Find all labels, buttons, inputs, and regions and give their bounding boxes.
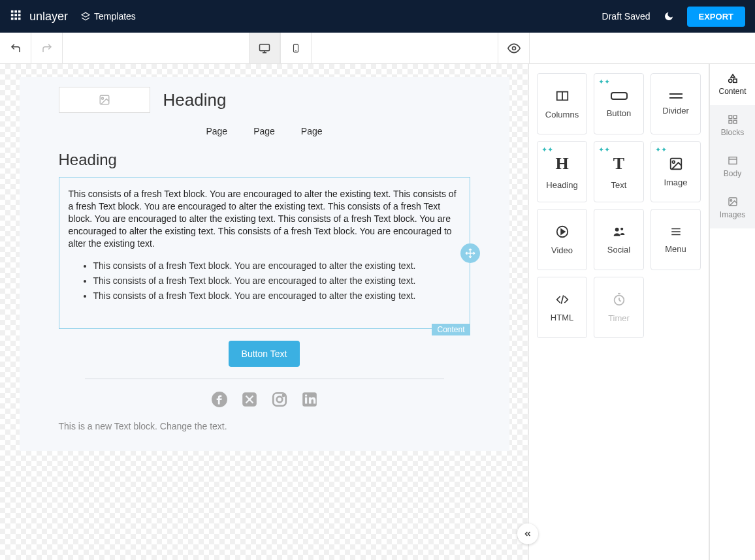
svg-rect-3 <box>18 10 21 13</box>
svg-rect-30 <box>611 93 627 99</box>
block-card-html[interactable]: HTML <box>537 277 587 338</box>
side-rail: ContentBlocksBodyImages <box>709 64 755 560</box>
undo-button[interactable] <box>0 33 31 63</box>
instagram-icon[interactable] <box>271 391 288 408</box>
device-mobile-button[interactable] <box>280 33 312 63</box>
svg-rect-5 <box>11 18 14 20</box>
svg-point-48 <box>728 79 731 82</box>
x-twitter-icon[interactable] <box>241 391 258 408</box>
text-bullet[interactable]: This consists of a fresh Text block. You… <box>93 275 460 287</box>
footer-text-block[interactable]: This is a new Text block. Change the tex… <box>59 421 470 431</box>
app-header: unlayer Templates Draft Saved EXPORT <box>0 0 755 33</box>
svg-rect-0 <box>11 10 14 13</box>
rail-label: Images <box>720 210 745 219</box>
block-card-social[interactable]: Social <box>594 209 644 270</box>
video-icon <box>555 225 570 239</box>
divider-block[interactable] <box>85 379 444 379</box>
svg-point-23 <box>276 397 282 403</box>
blocks-tab-icon <box>727 114 739 125</box>
menu-item[interactable]: Page <box>206 126 227 136</box>
button-icon <box>610 90 628 102</box>
content-tab-icon <box>727 73 739 84</box>
rail-label: Blocks <box>721 128 744 137</box>
block-label: Image <box>664 178 687 187</box>
svg-marker-47 <box>731 74 735 78</box>
block-card-columns[interactable]: Columns <box>537 73 587 134</box>
button-block[interactable]: Button Text <box>229 341 300 367</box>
heading-block-top[interactable]: Heading <box>163 90 227 110</box>
block-card-text[interactable]: ✦✦TText <box>594 141 644 202</box>
block-card-divider[interactable]: Divider <box>651 73 701 134</box>
text-paragraph[interactable]: This consists of a fresh Text block. You… <box>69 188 460 249</box>
body-tab-icon <box>727 155 739 166</box>
layers-icon <box>81 12 90 21</box>
export-button[interactable]: EXPORT <box>687 7 745 27</box>
device-desktop-button[interactable] <box>249 33 280 63</box>
image-placeholder[interactable] <box>59 87 150 113</box>
text-icon: T <box>613 154 624 174</box>
images-tab-icon <box>727 196 739 207</box>
block-card-heading[interactable]: ✦✦HHeading <box>537 141 587 202</box>
block-card-menu[interactable]: Menu <box>651 209 701 270</box>
divider-icon <box>668 93 684 99</box>
columns-icon <box>554 89 570 103</box>
svg-rect-7 <box>14 18 17 20</box>
rail-tab-content[interactable]: Content <box>710 64 755 105</box>
text-bullet[interactable]: This consists of a fresh Text block. You… <box>93 260 460 272</box>
block-card-image[interactable]: ✦✦Image <box>651 141 701 202</box>
block-label: Timer <box>608 313 630 323</box>
block-label: Columns <box>545 110 579 119</box>
social-block[interactable] <box>59 391 470 408</box>
block-label: Social <box>607 245 630 255</box>
design-canvas[interactable]: Heading Page Page Page Heading This cons… <box>0 64 529 560</box>
rail-tab-images[interactable]: Images <box>710 187 755 228</box>
drag-handle[interactable] <box>460 243 480 263</box>
block-label: Video <box>551 245 573 255</box>
svg-rect-51 <box>733 116 737 119</box>
svg-line-42 <box>561 295 563 303</box>
svg-rect-49 <box>733 79 736 82</box>
selection-label: Content <box>432 324 470 335</box>
heading-block-body[interactable]: Heading <box>59 151 470 169</box>
text-bullet[interactable]: This consists of a fresh Text block. You… <box>93 290 460 302</box>
templates-link[interactable]: Templates <box>81 11 136 22</box>
svg-rect-26 <box>304 397 306 404</box>
menu-item[interactable]: Page <box>301 126 323 136</box>
block-card-button[interactable]: ✦✦Button <box>594 73 644 134</box>
svg-rect-53 <box>733 120 737 123</box>
linkedin-icon[interactable] <box>301 391 318 408</box>
svg-marker-36 <box>561 229 565 234</box>
facebook-icon[interactable] <box>211 391 228 408</box>
social-icon <box>611 225 627 238</box>
block-label: Divider <box>662 106 688 116</box>
collapse-panel-button[interactable] <box>517 523 538 544</box>
text-block-selected[interactable]: This consists of a fresh Text block. You… <box>59 177 470 329</box>
svg-rect-10 <box>260 44 270 51</box>
svg-rect-13 <box>294 44 298 52</box>
menu-block[interactable]: Page Page Page <box>59 126 470 136</box>
svg-point-15 <box>512 46 515 50</box>
menu-item[interactable]: Page <box>253 126 275 136</box>
block-label: Heading <box>546 180 577 190</box>
svg-rect-2 <box>11 14 14 16</box>
svg-rect-4 <box>14 14 17 16</box>
block-card-video[interactable]: Video <box>537 209 587 270</box>
email-body: Heading Page Page Page Heading This cons… <box>20 77 509 451</box>
block-label: HTML <box>551 313 573 322</box>
svg-marker-9 <box>82 12 89 17</box>
svg-rect-6 <box>18 18 21 20</box>
preview-button[interactable] <box>498 33 529 63</box>
rail-tab-blocks[interactable]: Blocks <box>710 105 755 146</box>
svg-point-37 <box>615 227 618 231</box>
svg-rect-54 <box>729 157 737 164</box>
heading-icon: H <box>555 154 568 174</box>
brand-name: unlayer <box>29 10 68 23</box>
svg-point-57 <box>730 200 732 202</box>
rail-tab-body[interactable]: Body <box>710 146 755 187</box>
dark-mode-toggle[interactable] <box>664 11 674 22</box>
brand-icon <box>10 9 24 23</box>
ai-sparkle-icon: ✦✦ <box>655 146 667 154</box>
ai-sparkle-icon: ✦✦ <box>598 146 610 154</box>
redo-button[interactable] <box>31 33 63 63</box>
svg-point-17 <box>101 97 103 99</box>
